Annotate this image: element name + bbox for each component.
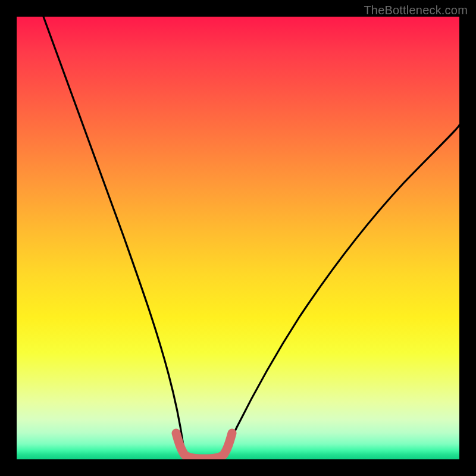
curve-layer: [17, 17, 459, 459]
left-curve: [43, 17, 187, 458]
right-curve: [221, 125, 459, 458]
valley-highlight: [176, 433, 232, 459]
plot-area: [17, 17, 459, 459]
outer-frame: TheBottleneck.com: [0, 0, 476, 476]
watermark-text: TheBottleneck.com: [364, 4, 468, 17]
